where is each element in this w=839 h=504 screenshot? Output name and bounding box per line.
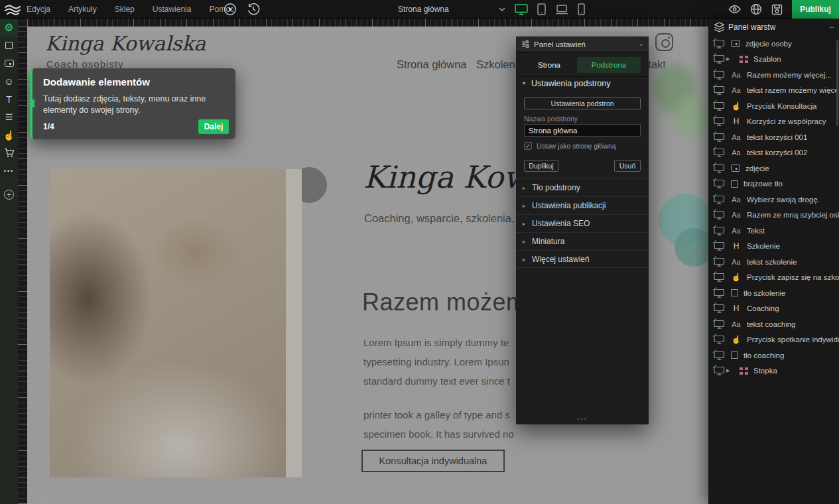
resize-grip[interactable]: ••• xyxy=(576,416,589,422)
visibility-monitor-icon[interactable]: ✓ xyxy=(714,273,725,282)
layer-row[interactable]: ✓ ▶ Stopka xyxy=(708,363,839,379)
laptop-device-icon[interactable] xyxy=(555,5,568,15)
layer-row[interactable]: ✓ ▶ Wybierz swoją drogę. xyxy=(708,192,839,208)
scrollbar-thumb[interactable] xyxy=(836,40,838,126)
duplicate-button[interactable]: Duplikuj xyxy=(524,160,558,172)
consultation-button[interactable]: Konsultacja indywidualna xyxy=(361,450,505,472)
visibility-monitor-icon[interactable]: ✓ xyxy=(714,195,725,204)
history-icon[interactable] xyxy=(247,3,260,16)
page-selector-dropdown[interactable]: Strona główna xyxy=(398,0,505,19)
visibility-monitor-icon[interactable]: ✓ xyxy=(714,54,725,64)
menu-artykuły[interactable]: Artykuły xyxy=(68,5,97,14)
visibility-monitor-icon[interactable]: ✓ xyxy=(714,241,725,251)
visibility-monitor-icon[interactable]: ✓ xyxy=(714,320,725,329)
expand-arrow-icon[interactable]: ▶ xyxy=(725,56,734,62)
open-section-title[interactable]: Ustawienia podstrony xyxy=(531,77,611,90)
visibility-monitor-icon[interactable]: ✓ xyxy=(714,335,725,344)
visibility-monitor-icon[interactable]: ✓ xyxy=(714,351,725,360)
globe-icon[interactable] xyxy=(750,3,762,15)
hero-subtitle[interactable]: Coaching, wsparcie, szkolenia, roz xyxy=(364,212,533,225)
visibility-monitor-icon[interactable]: ✓ xyxy=(714,304,725,313)
expand-arrow-icon[interactable]: ▶ xyxy=(725,368,734,373)
layer-row[interactable]: ✓ ▶ tło coaching xyxy=(708,347,839,363)
layer-row[interactable]: ✓ ▶ Coaching xyxy=(708,301,839,317)
layer-row[interactable]: ✓ ▶ Przycisk spotkanie indywidualne xyxy=(708,332,839,348)
portrait-photo[interactable] xyxy=(50,169,286,477)
tooltip-next-button[interactable]: Dalej xyxy=(198,119,229,134)
body-text[interactable]: Lorem Ipsum is simply dummy te typesetti… xyxy=(363,333,514,444)
cart-icon[interactable] xyxy=(0,144,18,162)
instagram-icon[interactable] xyxy=(655,33,673,51)
menu-tool-icon[interactable]: ☰ xyxy=(0,108,18,126)
phone-device-icon[interactable] xyxy=(578,3,585,15)
layer-row[interactable]: ✓ ▶ tekst szkolenie xyxy=(708,254,839,270)
menu-edycja[interactable]: Edycja xyxy=(27,5,50,14)
guide-line xyxy=(44,499,694,499)
tab-podstrona[interactable]: Podstrona xyxy=(577,57,641,73)
preview-eye-icon[interactable] xyxy=(728,4,741,15)
more-tools-icon[interactable]: ••• xyxy=(0,162,18,180)
settings-panel-header[interactable]: Panel ustawień ⌄ xyxy=(516,36,649,52)
layer-row[interactable]: ✓ ▶ zdjęcie xyxy=(708,160,839,176)
subpage-name-input[interactable] xyxy=(524,124,641,137)
subpages-settings-button[interactable]: Ustawienia podstron xyxy=(524,97,641,109)
layer-row[interactable]: ✓ ▶ tekst korzyści 002 xyxy=(708,145,839,161)
shape-icon[interactable] xyxy=(0,36,18,54)
smiley-icon[interactable]: ☺ xyxy=(0,72,18,90)
layer-row[interactable]: ✓ ▶ Szablon xyxy=(708,52,839,68)
settings-section-ustawienia-seo[interactable]: ▸Ustawienia SEO xyxy=(516,214,649,232)
settings-section-ustawienia-publikacji[interactable]: ▸Ustawienia publikacji xyxy=(516,196,649,214)
visibility-monitor-icon[interactable]: ✓ xyxy=(714,117,725,126)
delete-button[interactable]: Usuń xyxy=(614,160,641,172)
text-tool-icon[interactable]: T xyxy=(0,90,18,108)
menu-ustawienia[interactable]: Ustawienia xyxy=(153,5,192,14)
settings-section-miniatura[interactable]: ▸Miniatura xyxy=(516,232,649,250)
preview-play-icon[interactable] xyxy=(224,3,237,16)
homepage-checkbox[interactable]: ✓ xyxy=(524,142,532,150)
visibility-monitor-icon[interactable]: ✓ xyxy=(714,39,725,48)
settings-section-tło-podstrony[interactable]: ▸Tło podstrony xyxy=(516,178,649,196)
visibility-monitor-icon[interactable]: ✓ xyxy=(714,101,725,111)
visibility-monitor-icon[interactable]: ✓ xyxy=(714,179,725,188)
publish-button[interactable]: Publikuj xyxy=(792,0,839,19)
layer-row[interactable]: ✓ ▶ Szkolenie xyxy=(708,239,839,255)
layer-row[interactable]: ✓ ▶ zdjęcie osoby xyxy=(708,36,839,52)
layer-row[interactable]: ✓ ▶ Przycisk Konsultacja xyxy=(708,98,839,114)
collapse-panel-icon[interactable]: – xyxy=(830,19,834,34)
settings-gear-icon[interactable]: ⚙ xyxy=(0,19,18,36)
visibility-monitor-icon[interactable]: ✓ xyxy=(714,366,725,375)
layer-row[interactable]: ✓ ▶ brązowe tło xyxy=(708,176,839,192)
visibility-monitor-icon[interactable]: ✓ xyxy=(714,226,725,235)
layer-row[interactable]: ✓ ▶ Razem ze mną szybciej osiągni... xyxy=(708,208,839,223)
layer-row[interactable]: ✓ ▶ tekst coaching xyxy=(708,316,839,332)
layers-panel-header[interactable]: Panel warstw – xyxy=(708,19,839,36)
layer-row[interactable]: ✓ ▶ Przycisk zapisz się na szkolenie xyxy=(708,270,839,286)
visibility-monitor-icon[interactable]: ✓ xyxy=(714,257,725,267)
visibility-monitor-icon[interactable]: ✓ xyxy=(714,164,725,173)
visibility-monitor-icon[interactable]: ✓ xyxy=(714,288,725,298)
tablet-device-icon[interactable] xyxy=(537,3,546,15)
visibility-monitor-icon[interactable]: ✓ xyxy=(714,210,725,220)
button-tool-icon[interactable]: ☝ xyxy=(0,126,18,144)
menu-sklep[interactable]: Sklep xyxy=(115,5,135,14)
layer-row[interactable]: ✓ ▶ tekst korzyści 001 xyxy=(708,129,839,145)
layer-row[interactable]: ✓ ▶ Tekst xyxy=(708,223,839,239)
desktop-device-icon[interactable] xyxy=(515,4,528,15)
layer-row[interactable]: ✓ ▶ tło szkolenie xyxy=(708,285,839,301)
visibility-monitor-icon[interactable]: ✓ xyxy=(714,70,725,80)
collapse-panel-icon[interactable]: ⌄ xyxy=(639,36,644,51)
add-element-icon[interactable]: + xyxy=(0,186,18,204)
layer-label: Szkolenie xyxy=(747,242,839,250)
layer-row[interactable]: ✓ ▶ tekst razem możemy więcej xyxy=(708,83,839,99)
visibility-monitor-icon[interactable]: ✓ xyxy=(714,86,725,95)
settings-section-więcej-ustawień[interactable]: ▸Więcej ustawień xyxy=(516,250,649,268)
visibility-monitor-icon[interactable]: ✓ xyxy=(714,148,725,157)
site-nav-home[interactable]: Strona główna xyxy=(397,58,467,71)
tab-strona[interactable]: Strona xyxy=(523,57,576,73)
app-logo-icon[interactable] xyxy=(4,3,21,16)
visibility-monitor-icon[interactable]: ✓ xyxy=(714,133,725,142)
layer-row[interactable]: ✓ ▶ Razem możemy więcej... xyxy=(708,67,839,83)
image-tool-icon[interactable] xyxy=(0,54,18,72)
layer-row[interactable]: ✓ ▶ Korzyści ze współpracy xyxy=(708,114,839,130)
save-icon[interactable] xyxy=(771,4,783,15)
